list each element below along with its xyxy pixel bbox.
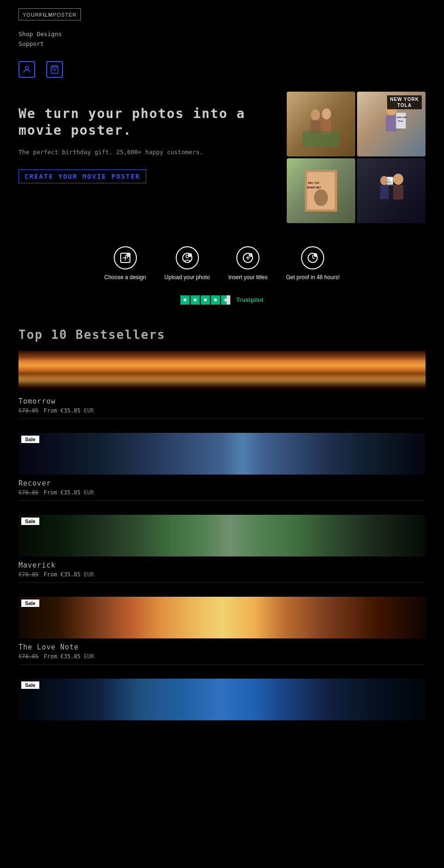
svg-point-18 (393, 174, 403, 185)
hero-left: We turn your photos into a movie poster.… (18, 92, 273, 183)
step-2-icon: ↑ (176, 246, 199, 269)
icons-row (0, 52, 444, 82)
bestsellers-section: Top 10 Bestsellers Tomorrow €78.85 From … (0, 314, 444, 748)
svg-point-0 (25, 66, 29, 69)
nav-link-shop[interactable]: Shop Designs (18, 31, 426, 37)
svg-text:EATING: EATING (386, 181, 392, 183)
svg-point-2 (311, 109, 320, 120)
svg-rect-20 (393, 185, 403, 200)
account-icon[interactable] (18, 61, 35, 78)
product-name-2: Recover (18, 479, 426, 487)
svg-text:TOLA: TOLA (398, 120, 403, 122)
hero-subtitle: The perfect birthday gift. 25,000+ happy… (18, 148, 273, 157)
sale-badge-2: Sale (21, 436, 39, 443)
section-title: Top 10 Bestsellers (18, 328, 426, 342)
star-4: ★ (211, 295, 220, 305)
svg-rect-6 (302, 131, 339, 147)
svg-point-29 (186, 255, 189, 258)
product-info-3: Maverick €78.85 From €35.85 EUR (18, 556, 426, 580)
step-4-label: Get proof in 48 hours! (286, 274, 339, 281)
product-card-1[interactable]: Tomorrow €78.85 From €35.85 EUR (18, 351, 426, 419)
product-info-4: The Love Note €78.85 From €35.85 EUR (18, 638, 426, 662)
logo-area: yourFILMposter (18, 8, 426, 20)
product-card-5[interactable]: Sale (18, 679, 426, 720)
step-1-icon: ↻ (114, 246, 137, 269)
star-5: ★ (221, 295, 230, 305)
header: yourFILMposter Shop Designs Support (0, 0, 444, 52)
svg-text:↻: ↻ (127, 254, 129, 256)
product-name-1: Tomorrow (18, 397, 426, 406)
step-4-icon: ! (301, 246, 324, 269)
step-4: ! Get proof in 48 hours! (286, 246, 339, 281)
step-2: ↑ Upload your photo (165, 246, 210, 281)
svg-text:WILL YOU: WILL YOU (308, 181, 320, 184)
hero-title: We turn your photos into a movie poster. (18, 106, 273, 139)
hero-image-2: NEW YORK TOLA NEW YORKTOLA (357, 92, 426, 156)
svg-point-3 (322, 108, 331, 119)
product-name-3: Maverick (18, 561, 426, 569)
svg-text:MARRY ME?: MARRY ME? (307, 186, 321, 189)
svg-text:NEW YORK: NEW YORK (397, 116, 407, 119)
star-1: ★ (180, 295, 190, 305)
step-1-label: Choose a design (105, 274, 146, 281)
product-name-4: The Love Note (18, 643, 426, 651)
product-image-1 (18, 351, 426, 393)
step-2-label: Upload your photo (165, 274, 210, 281)
product-card-3[interactable]: Sale Maverick €78.85 From €35.85 EUR (18, 515, 426, 583)
nav-link-support[interactable]: Support (18, 40, 426, 47)
product-card-4[interactable]: Sale The Love Note €78.85 From €35.85 EU… (18, 597, 426, 665)
hero-section: We turn your photos into a movie poster.… (0, 82, 444, 232)
svg-text:↑: ↑ (189, 254, 191, 256)
step-3-label: Insert your titles (228, 274, 268, 281)
svg-text:HOTDOGS: HOTDOGS (386, 184, 393, 186)
trustpilot-link[interactable]: Trustpilot (236, 296, 263, 303)
product-info-1: Tomorrow €78.85 From €35.85 EUR (18, 393, 426, 416)
step-3-icon: T (236, 246, 259, 269)
hero-image-3: WILL YOU MARRY ME? (287, 158, 355, 223)
svg-text:T: T (250, 254, 252, 257)
trustpilot-row: ★ ★ ★ ★ ★ Trustpilot (0, 291, 444, 314)
hero-image-4: NO EATING HOTDOGS (357, 158, 426, 223)
product-image-5: Sale (18, 679, 426, 720)
star-2: ★ (191, 295, 200, 305)
sale-badge-4: Sale (21, 599, 39, 607)
steps-row: ↻ Choose a design ↑ Upload your photo T (0, 232, 444, 291)
hero-images: NEW YORK TOLA NEW YORKTOLA WILL YOU MARR… (287, 92, 426, 223)
product-image-4: Sale (18, 597, 426, 638)
product-image-2: Sale (18, 433, 426, 475)
product-price-3: €78.85 From €35.85 EUR (18, 571, 426, 578)
nav: Shop Designs Support (18, 31, 426, 47)
product-card-2[interactable]: Sale Recover €78.85 From €35.85 EUR (18, 433, 426, 501)
step-1: ↻ Choose a design (105, 246, 146, 281)
hero-image-1 (287, 92, 355, 156)
svg-point-16 (314, 189, 328, 206)
poster-text-overlay: NEW YORKTOLA (387, 95, 422, 109)
product-info-2: Recover €78.85 From €35.85 EUR (18, 475, 426, 498)
step-3: T Insert your titles (228, 246, 268, 281)
product-image-3: Sale (18, 515, 426, 556)
logo[interactable]: yourFILMposter (18, 8, 81, 20)
svg-text:NO: NO (387, 179, 389, 181)
cart-icon[interactable] (46, 61, 63, 78)
trustpilot-stars: ★ ★ ★ ★ ★ (180, 295, 230, 305)
svg-rect-8 (386, 115, 397, 131)
star-3: ★ (201, 295, 210, 305)
sale-badge-3: Sale (21, 518, 39, 525)
product-price-2: €78.85 From €35.85 EUR (18, 489, 426, 496)
product-price-1: €78.85 From €35.85 EUR (18, 407, 426, 414)
svg-text:!: ! (314, 254, 315, 256)
cta-button[interactable]: CREATE YOUR MOVIE POSTER (18, 169, 146, 183)
sale-badge-5: Sale (21, 681, 39, 689)
logo-text: yourFILMposter (23, 12, 77, 18)
svg-rect-19 (380, 185, 388, 199)
product-price-4: €78.85 From €35.85 EUR (18, 653, 426, 660)
